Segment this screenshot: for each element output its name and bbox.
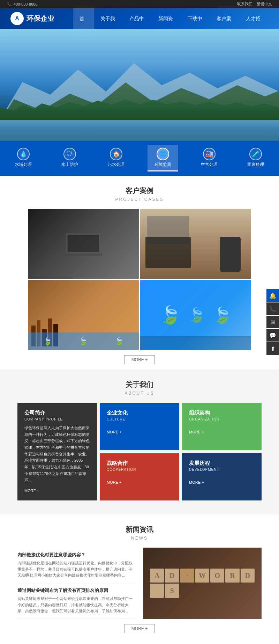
- about-culture-card: 企业文化 CULTURE MORE +: [100, 403, 179, 450]
- service-soil[interactable]: 🛡 水土防护: [54, 145, 85, 171]
- project-item-4[interactable]: 🍃 🍃 🍃: [140, 280, 251, 350]
- news-grid: 内部链接优化时要注意哪些内容？ 内部链接优化是指在网站的站内链接进行优化。内部优…: [17, 548, 262, 619]
- monitor-icon: 🌐: [157, 148, 169, 160]
- float-chat[interactable]: 💬: [266, 329, 279, 342]
- news-title: 新闻资讯 NEWS: [0, 514, 279, 548]
- about-dev-more[interactable]: MORE +: [189, 480, 204, 484]
- about-title: 关于我们 ABOUT US: [0, 369, 279, 403]
- about-section: 关于我们 ABOUT US 公司简介 COMPANY PROFILE 绿色环保是…: [0, 369, 279, 514]
- about-dev-en: DEVELOPMENT: [189, 468, 255, 471]
- news-image: A D · W O R D S: [143, 548, 262, 619]
- top-bar-right: 联系我们 繁體中文: [237, 1, 272, 7]
- service-waste[interactable]: 🧪 固废处理: [240, 145, 271, 171]
- phone-number: 400-888-8888: [14, 2, 38, 6]
- lang-link[interactable]: 繁體中文: [257, 1, 272, 7]
- about-main-card: 公司简介 COMPANY PROFILE 绿色环保是深入人为了保护大自然而采取的…: [17, 403, 97, 500]
- service-waste-label: 固废处理: [247, 162, 264, 168]
- news-item-1-title: 内部链接优化时要注意哪些内容？: [17, 552, 136, 558]
- project-more-wrap: MORE +: [0, 350, 279, 369]
- hero-banner: [0, 29, 279, 141]
- about-main-more[interactable]: MORE +: [24, 489, 39, 493]
- project-more-button[interactable]: MORE +: [124, 355, 155, 364]
- about-org-heading: 组织架构: [189, 410, 255, 416]
- about-main-heading: 公司简介: [24, 410, 90, 416]
- about-grid: 公司简介 COMPANY PROFILE 绿色环保是深入人为了保护大自然而采取的…: [17, 403, 262, 500]
- phone-icon: 📞: [7, 2, 12, 6]
- about-coop-card: 战略合作 COOPERATION MORE +: [100, 453, 179, 500]
- about-main-en: COMPANY PROFILE: [24, 417, 90, 421]
- service-bar: 💧 水域处理 🛡 水土防护 🏠 污水处理 🌐 环境监测 🏭 空气处理 🧪 固废处…: [0, 141, 279, 176]
- news-item-1[interactable]: 内部链接优化时要注意哪些内容？ 内部链接优化是指在网站的站内链接进行优化。内部优…: [17, 548, 136, 583]
- nav-news[interactable]: 新闻资讯: [152, 8, 181, 29]
- float-phone[interactable]: 📞: [266, 302, 279, 315]
- news-item-2[interactable]: 通过网站关键词布为了解没有百页排名的原因 网站关键词布局对于一个网站来说是非常重…: [17, 583, 136, 619]
- news-more-wrap: MORE +: [0, 619, 279, 638]
- about-heading: 关于我们: [0, 380, 279, 389]
- nav-home[interactable]: 首页: [73, 8, 94, 29]
- news-item-2-text: 网站关键词布局对于一个网站来说是非常重要的，它可以帮助推广一个好的建员，只要内容…: [17, 596, 136, 614]
- news-more-button[interactable]: MORE +: [124, 624, 155, 633]
- contact-link[interactable]: 联系我们: [237, 1, 252, 7]
- news-item-2-title: 通过网站关键词布为了解没有百页排名的原因: [17, 587, 136, 594]
- about-org-card: 组织架构 ORGANIZATION MORE +: [182, 403, 262, 450]
- service-air-label: 空气处理: [201, 162, 218, 168]
- about-culture-heading: 企业文化: [107, 410, 172, 416]
- about-coop-more[interactable]: MORE +: [107, 480, 121, 484]
- project-item-3[interactable]: 🍃 🍃 🍃: [28, 280, 139, 350]
- waste-icon: 🧪: [249, 148, 262, 160]
- service-water[interactable]: 💧 水域处理: [8, 145, 39, 171]
- service-sewage[interactable]: 🏠 污水处理: [101, 145, 131, 171]
- nav-about[interactable]: 关于我们: [94, 8, 123, 29]
- nav-download[interactable]: 下载中心: [181, 8, 210, 29]
- project-item-2[interactable]: [140, 209, 251, 279]
- soil-icon: 🛡: [63, 148, 76, 160]
- service-sewage-label: 污水处理: [108, 162, 125, 168]
- top-bar: 📞 400-888-8888 联系我们 繁體中文: [0, 0, 279, 8]
- news-list: 内部链接优化时要注意哪些内容？ 内部链接优化是指在网站的站内链接进行优化。内部优…: [17, 548, 136, 619]
- about-culture-en: CULTURE: [107, 417, 172, 421]
- floating-sidebar: 🔔 📞 ✉ 💬 ⬆: [266, 289, 279, 355]
- about-coop-heading: 战略合作: [107, 460, 172, 467]
- logo[interactable]: A 环保企业: [10, 12, 66, 25]
- svg-rect-1: [68, 235, 99, 252]
- float-notification[interactable]: 🔔: [266, 289, 279, 302]
- service-monitor-label: 环境监测: [154, 162, 171, 168]
- project-item-1[interactable]: [28, 209, 139, 279]
- top-bar-phone: 📞 400-888-8888: [7, 2, 38, 6]
- header: A 环保企业 首页 关于我们 产品中心 新闻资讯 下载中心 客户案例 人才招聘: [0, 8, 279, 29]
- service-water-label: 水域处理: [15, 162, 32, 168]
- news-item-1-text: 内部链接优化是指在网站的站内链接进行优化。内部优化中，分配权重量是不一样的，并且…: [17, 560, 136, 579]
- about-org-en: ORGANIZATION: [189, 417, 255, 421]
- water-icon: 💧: [17, 148, 30, 160]
- nav-recruit[interactable]: 人才招聘: [240, 8, 269, 29]
- logo-text: 环保企业: [27, 14, 54, 23]
- news-section: 新闻资讯 NEWS 内部链接优化时要注意哪些内容？ 内部链接优化是指在网站的站内…: [0, 514, 279, 644]
- service-air[interactable]: 🏭 空气处理: [194, 145, 225, 171]
- about-dev-heading: 发展历程: [189, 460, 255, 467]
- project-cases-heading: 客户案例: [0, 186, 279, 196]
- service-monitor[interactable]: 🌐 环境监测: [148, 145, 178, 171]
- project-cases-title: 客户案例 PROJECT CASES: [0, 176, 279, 209]
- logo-icon: A: [10, 12, 24, 25]
- float-top[interactable]: ⬆: [266, 342, 279, 355]
- about-sub: ABOUT US: [0, 391, 279, 396]
- main-nav: 首页 关于我们 产品中心 新闻资讯 下载中心 客户案例 人才招聘: [73, 8, 269, 29]
- water: [0, 120, 279, 141]
- service-soil-label: 水土防护: [61, 162, 78, 168]
- project-cases-sub: PROJECT CASES: [0, 197, 279, 202]
- svg-rect-2: [64, 254, 103, 256]
- sewage-icon: 🏠: [110, 148, 122, 160]
- news-heading: 新闻资讯: [0, 525, 279, 534]
- float-message[interactable]: ✉: [266, 316, 279, 328]
- air-icon: 🏭: [203, 148, 216, 160]
- about-coop-en: COOPERATION: [107, 468, 172, 471]
- about-main-text: 绿色环保是深入人为了保护大自然而采取的一种行为，近建绿色环保标志的灵义：标志由三…: [24, 425, 90, 483]
- about-culture-more[interactable]: MORE +: [107, 430, 121, 434]
- about-dev-card: 发展历程 DEVELOPMENT MORE +: [182, 453, 262, 500]
- nav-products[interactable]: 产品中心: [123, 8, 152, 29]
- nav-cases[interactable]: 客户案例: [210, 8, 239, 29]
- project-grid: 🍃 🍃 🍃 🍃 🍃 🍃: [28, 209, 251, 350]
- project-cases-section: 客户案例 PROJECT CASES: [0, 176, 279, 369]
- news-sub: NEWS: [0, 536, 279, 541]
- about-org-more[interactable]: MORE +: [189, 430, 204, 434]
